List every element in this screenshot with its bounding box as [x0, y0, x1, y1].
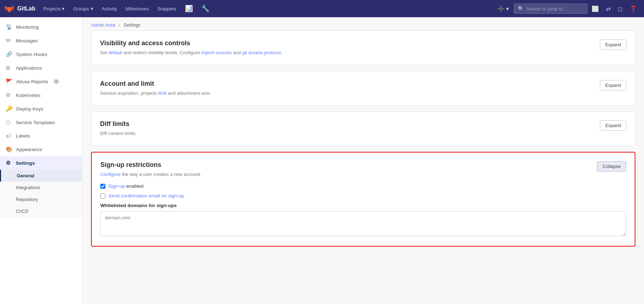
- sidebar-item-appearance[interactable]: 🎨 Appearance: [0, 142, 82, 156]
- nav-issues-icon[interactable]: ◻: [615, 3, 625, 15]
- sidebar-sub-integrations[interactable]: Integrations: [0, 182, 82, 193]
- signup-body: Sign-up enabled Send confirmation email …: [100, 183, 626, 237]
- gitlab-logo[interactable]: GitLab: [4, 4, 35, 14]
- expand-btn-visibility[interactable]: Expand: [600, 39, 626, 50]
- sidebar-item-kubernetes[interactable]: ⚙ Kubernetes: [0, 88, 82, 102]
- breadcrumb-current: Settings: [124, 22, 140, 28]
- messages-icon: ✉: [6, 37, 12, 44]
- sidebar-item-deploy-keys[interactable]: 🔑 Deploy Keys: [0, 102, 82, 116]
- send-confirm-link[interactable]: Send confirmation email on sign-up: [108, 193, 184, 198]
- sidebar-item-messages[interactable]: ✉ Messages: [0, 34, 82, 47]
- section-visibility: Visibility and access controls Set defau…: [91, 31, 635, 65]
- section-desc-signup: Configure the way a user creates a new a…: [100, 171, 201, 178]
- sidebar-item-service-templates[interactable]: ⬡ Service Templates: [0, 116, 82, 129]
- search-box[interactable]: 🔍: [514, 4, 587, 14]
- section-account: Account and limit Session expiration, pr…: [91, 71, 635, 106]
- section-diff: Diff limits Diff content limits Expand: [91, 111, 635, 146]
- top-navigation: GitLab Projects ▾ Groups ▾ Activity Mile…: [0, 0, 644, 17]
- applications-icon: ⊞: [6, 65, 12, 71]
- section-title-diff: Diff limits: [100, 120, 135, 128]
- confirm-email-label: Send confirmation email on sign-up: [108, 193, 184, 198]
- domain-input[interactable]: [100, 211, 626, 236]
- sidebar: 📡 Monitoring ✉ Messages 🔗 System Hooks ⊞…: [0, 17, 82, 304]
- service-templates-icon: ⬡: [6, 119, 12, 126]
- sidebar-sub-general[interactable]: General: [0, 170, 82, 182]
- section-desc-account: Session expiration, projects limit and a…: [100, 90, 211, 97]
- breadcrumb: Admin Area › Settings: [82, 17, 644, 31]
- nav-milestones[interactable]: Milestones: [122, 4, 153, 14]
- settings-sub-menu: General Integrations Repository CI/CD: [0, 170, 82, 217]
- appearance-icon: 🎨: [6, 146, 13, 153]
- system-hooks-icon: 🔗: [6, 51, 13, 57]
- git-access-link[interactable]: git access protocol: [242, 50, 281, 55]
- abuse-reports-icon: 🚩: [6, 78, 13, 85]
- nav-help-icon[interactable]: ❓: [627, 3, 640, 15]
- sidebar-item-monitoring[interactable]: 📡 Monitoring: [0, 20, 82, 34]
- sidebar-item-system-hooks[interactable]: 🔗 System Hooks: [0, 47, 82, 61]
- nav-groups[interactable]: Groups ▾: [70, 4, 96, 14]
- nav-activity[interactable]: Activity: [98, 4, 121, 14]
- section-title-visibility: Visibility and access controls: [100, 39, 282, 47]
- nav-stats-icon[interactable]: 📊: [181, 3, 196, 15]
- search-input[interactable]: [526, 6, 583, 11]
- sidebar-item-labels[interactable]: 🏷 Labels: [0, 129, 82, 142]
- confirm-email-checkbox[interactable]: [100, 193, 105, 198]
- breadcrumb-parent[interactable]: Admin Area: [91, 22, 115, 28]
- section-signup: Sign-up restrictions Configure the way a…: [91, 152, 635, 247]
- search-icon: 🔍: [518, 6, 524, 11]
- signup-enabled-row: Sign-up enabled: [100, 183, 626, 189]
- signup-enabled-label: Sign-up enabled: [108, 183, 143, 189]
- sidebar-item-applications[interactable]: ⊞ Applications: [0, 61, 82, 75]
- nav-new-icon[interactable]: ➕ ▾: [494, 3, 512, 14]
- import-link[interactable]: import sources: [201, 50, 232, 55]
- default-link[interactable]: default: [108, 50, 122, 55]
- main-content: Admin Area › Settings Visibility and acc…: [82, 17, 644, 304]
- deploy-keys-icon: 🔑: [6, 106, 13, 112]
- abuse-reports-badge: 0: [53, 79, 59, 84]
- settings-icon: ⚙: [6, 160, 12, 166]
- monitoring-icon: 📡: [6, 24, 13, 30]
- confirm-email-row: Send confirmation email on sign-up: [100, 193, 626, 198]
- nav-merge-icon[interactable]: ⇄: [603, 3, 614, 15]
- limit-link[interactable]: limit: [158, 90, 167, 96]
- labels-icon: 🏷: [6, 133, 12, 139]
- app-name: GitLab: [17, 5, 35, 12]
- nav-todo-icon[interactable]: ⬜: [589, 3, 602, 15]
- signup-enabled-checkbox[interactable]: [100, 184, 105, 189]
- nav-projects[interactable]: Projects ▾: [40, 4, 68, 14]
- whitelist-label: Whitelisted domains for sign-ups: [100, 203, 626, 208]
- section-desc-diff: Diff content limits: [100, 130, 135, 137]
- kubernetes-icon: ⚙: [6, 92, 12, 98]
- sidebar-item-settings[interactable]: ⚙ Settings: [0, 156, 82, 170]
- collapse-btn-signup[interactable]: Collapse: [597, 161, 626, 172]
- sidebar-sub-repository[interactable]: Repository: [0, 193, 82, 205]
- section-desc-visibility: Set default and restrict visibility leve…: [100, 49, 282, 56]
- sidebar-sub-cicd[interactable]: CI/CD: [0, 205, 82, 217]
- sidebar-item-abuse-reports[interactable]: 🚩 Abuse Reports 0: [0, 75, 82, 88]
- signup-link[interactable]: Sign-up: [108, 183, 125, 189]
- configure-link[interactable]: Configure: [100, 172, 120, 177]
- expand-btn-account[interactable]: Expand: [600, 80, 626, 90]
- section-title-account: Account and limit: [100, 80, 211, 88]
- expand-btn-diff[interactable]: Expand: [600, 120, 626, 131]
- content-area: Visibility and access controls Set defau…: [82, 31, 644, 261]
- nav-snippets[interactable]: Snippets: [154, 4, 180, 14]
- nav-wrench-icon[interactable]: 🔧: [198, 3, 213, 15]
- section-title-signup: Sign-up restrictions: [100, 161, 201, 169]
